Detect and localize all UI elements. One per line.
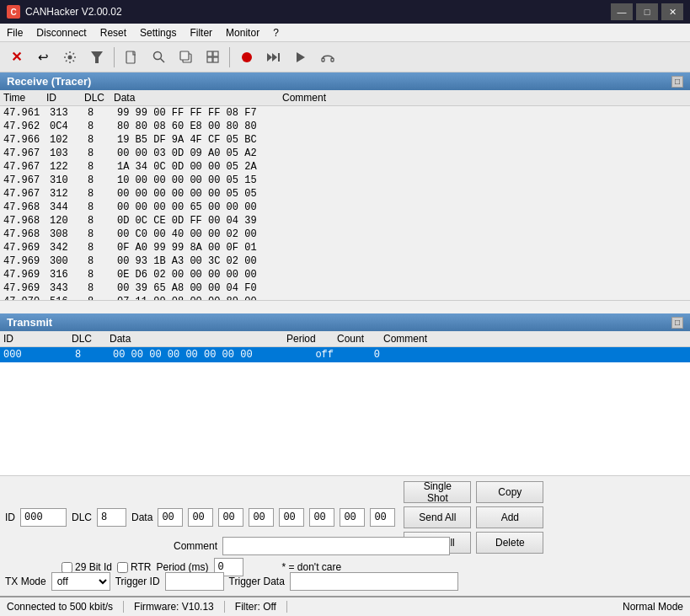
trigger-data-input[interactable] bbox=[290, 572, 458, 591]
toolbar-undo-button[interactable]: ↩ bbox=[30, 46, 56, 69]
receive-row[interactable]: 47.969 343 8 00 39 65 A8 00 00 04 F0 bbox=[0, 281, 690, 295]
menu-filter[interactable]: Filter bbox=[183, 24, 219, 41]
col-header-dlc: DLC bbox=[84, 92, 114, 104]
id-input[interactable] bbox=[20, 508, 67, 527]
receive-data-container[interactable]: 47.961 313 8 99 99 00 FF FF FF 08 F7 47.… bbox=[0, 106, 690, 300]
svg-rect-6 bbox=[180, 51, 189, 60]
transmit-row[interactable]: 000 8 00 00 00 00 00 00 00 00 off 0 bbox=[0, 347, 690, 362]
toolbar-copy-doc-button[interactable] bbox=[173, 46, 198, 69]
add-button[interactable]: Add bbox=[476, 506, 543, 528]
toolbar-grid-button[interactable] bbox=[200, 46, 225, 69]
menu-settings[interactable]: Settings bbox=[133, 24, 183, 41]
close-button[interactable]: ✕ bbox=[661, 3, 683, 20]
receive-cell-comment bbox=[282, 214, 690, 228]
receive-row[interactable]: 47.967 312 8 00 00 00 00 00 00 05 05 bbox=[0, 187, 690, 201]
t-col-header-period: Period bbox=[286, 333, 337, 345]
status-filter: Filter: Off bbox=[225, 601, 287, 613]
toolbar-settings-button[interactable] bbox=[57, 46, 83, 69]
bit29-checkbox[interactable] bbox=[62, 562, 72, 573]
transmit-data-area[interactable]: 000 8 00 00 00 00 00 00 00 00 off 0 bbox=[0, 347, 690, 475]
delete-button[interactable]: Delete bbox=[476, 532, 543, 554]
data-label: Data bbox=[131, 512, 152, 523]
data-byte-7[interactable] bbox=[370, 508, 395, 527]
menu-disconnect[interactable]: Disconnect bbox=[29, 24, 93, 41]
receive-row[interactable]: 47.961 313 8 99 99 00 FF FF FF 08 F7 bbox=[0, 106, 690, 120]
toolbar-fastforward-button[interactable] bbox=[261, 46, 286, 69]
data-byte-4[interactable] bbox=[279, 508, 304, 527]
receive-row[interactable]: 47.968 344 8 00 00 00 00 65 00 00 00 bbox=[0, 201, 690, 214]
receive-row[interactable]: 47.968 120 8 0D 0C CE 0D FF 00 04 39 bbox=[0, 214, 690, 228]
receive-header: Receive (Tracer) □ bbox=[0, 72, 690, 90]
menu-monitor[interactable]: Monitor bbox=[219, 24, 266, 41]
receive-cell-comment bbox=[282, 228, 690, 241]
receive-row[interactable]: 47.962 0C4 8 80 80 08 60 E8 00 80 80 bbox=[0, 120, 690, 133]
period-label: Period (ms) bbox=[156, 561, 208, 573]
receive-minimize-button[interactable]: □ bbox=[671, 76, 683, 88]
receive-row[interactable]: 47.967 103 8 00 00 03 0D 09 A0 05 A2 bbox=[0, 147, 690, 160]
receive-cell-data: 0D 0C CE 0D FF 00 04 39 bbox=[114, 214, 282, 228]
status-mode: Normal Mode bbox=[612, 601, 683, 613]
rtr-label[interactable]: RTR bbox=[117, 561, 151, 573]
toolbar: ✕ ↩ bbox=[0, 42, 690, 72]
receive-cell-time: 47.961 bbox=[0, 106, 46, 120]
receive-column-headers: Time ID DLC Data Comment bbox=[0, 90, 690, 106]
receive-row[interactable]: 47.966 102 8 19 B5 DF 9A 4F CF 05 BC bbox=[0, 133, 690, 147]
data-byte-2[interactable] bbox=[218, 508, 243, 527]
receive-row[interactable]: 47.967 310 8 10 00 00 00 00 00 05 15 bbox=[0, 174, 690, 187]
data-byte-5[interactable] bbox=[309, 508, 334, 527]
receive-cell-dlc: 8 bbox=[84, 133, 114, 147]
receive-cell-dlc: 8 bbox=[84, 228, 114, 241]
toolbar-new-button[interactable] bbox=[119, 46, 144, 69]
receive-row[interactable]: 47.969 342 8 0F A0 99 99 8A 00 0F 01 bbox=[0, 241, 690, 254]
data-byte-1[interactable] bbox=[188, 508, 213, 527]
receive-row[interactable]: 47.967 122 8 1A 34 0C 0D 00 00 05 2A bbox=[0, 160, 690, 174]
receive-row[interactable]: 47.969 316 8 0E D6 02 00 00 00 00 00 bbox=[0, 268, 690, 281]
toolbar-filter-button[interactable] bbox=[84, 46, 110, 69]
receive-cell-data: 0F A0 99 99 8A 00 0F 01 bbox=[114, 241, 282, 254]
receive-row[interactable]: 47.969 300 8 00 93 1B A3 00 3C 02 00 bbox=[0, 254, 690, 268]
col-header-comment: Comment bbox=[282, 92, 678, 104]
receive-cell-dlc: 8 bbox=[84, 120, 114, 133]
menu-reset[interactable]: Reset bbox=[94, 24, 133, 41]
toolbar-stop-button[interactable]: ✕ bbox=[3, 46, 29, 69]
receive-row[interactable]: 47.970 516 8 07 11 99 08 00 00 89 00 bbox=[0, 295, 690, 300]
txmode-select[interactable]: off single cyclic bbox=[51, 572, 110, 591]
data-byte-3[interactable] bbox=[249, 508, 274, 527]
dlc-input[interactable] bbox=[97, 508, 126, 527]
svg-rect-14 bbox=[278, 53, 280, 62]
toolbar-monitor-button[interactable] bbox=[315, 46, 340, 69]
trigger-id-input[interactable] bbox=[165, 572, 224, 591]
data-byte-0[interactable] bbox=[158, 508, 183, 527]
toolbar-record-button[interactable] bbox=[234, 46, 259, 69]
status-firmware: Firmware: V10.13 bbox=[124, 601, 225, 613]
receive-title: Receive (Tracer) bbox=[7, 75, 91, 88]
bit29-label[interactable]: 29 Bit Id bbox=[62, 561, 112, 573]
receive-cell-data: 19 B5 DF 9A 4F CF 05 BC bbox=[114, 133, 282, 147]
menu-help[interactable]: ? bbox=[266, 24, 286, 41]
transmit-cell-dlc: 8 bbox=[72, 347, 110, 362]
data-byte-6[interactable] bbox=[340, 508, 365, 527]
send-all-button[interactable]: Send All bbox=[404, 506, 471, 528]
main-content: Receive (Tracer) □ Time ID DLC Data Comm… bbox=[0, 72, 690, 596]
toolbar-search-button[interactable] bbox=[146, 46, 171, 69]
col-header-data: Data bbox=[114, 92, 282, 104]
txmode-label: TX Mode bbox=[5, 576, 46, 587]
t-col-header-spacer bbox=[678, 333, 690, 345]
comment-input[interactable] bbox=[222, 537, 450, 555]
receive-row[interactable]: 47.968 308 8 00 C0 00 40 00 00 02 00 bbox=[0, 228, 690, 241]
receive-cell-comment bbox=[282, 187, 690, 201]
rtr-checkbox[interactable] bbox=[117, 562, 128, 573]
copy-button[interactable]: Copy bbox=[476, 481, 543, 503]
minimize-button[interactable]: — bbox=[611, 3, 633, 20]
single-shot-button[interactable]: Single Shot bbox=[404, 481, 471, 503]
maximize-button[interactable]: □ bbox=[636, 3, 658, 20]
transmit-minimize-button[interactable]: □ bbox=[671, 317, 683, 329]
receive-cell-time: 47.968 bbox=[0, 228, 46, 241]
toolbar-play-button[interactable] bbox=[288, 46, 313, 69]
menu-file[interactable]: File bbox=[0, 24, 29, 41]
svg-rect-17 bbox=[331, 58, 334, 62]
transmit-header: Transmit □ bbox=[0, 313, 690, 331]
t-col-header-dlc: DLC bbox=[72, 333, 110, 345]
svg-point-11 bbox=[242, 52, 252, 62]
receive-h-scrollbar[interactable] bbox=[0, 300, 690, 313]
